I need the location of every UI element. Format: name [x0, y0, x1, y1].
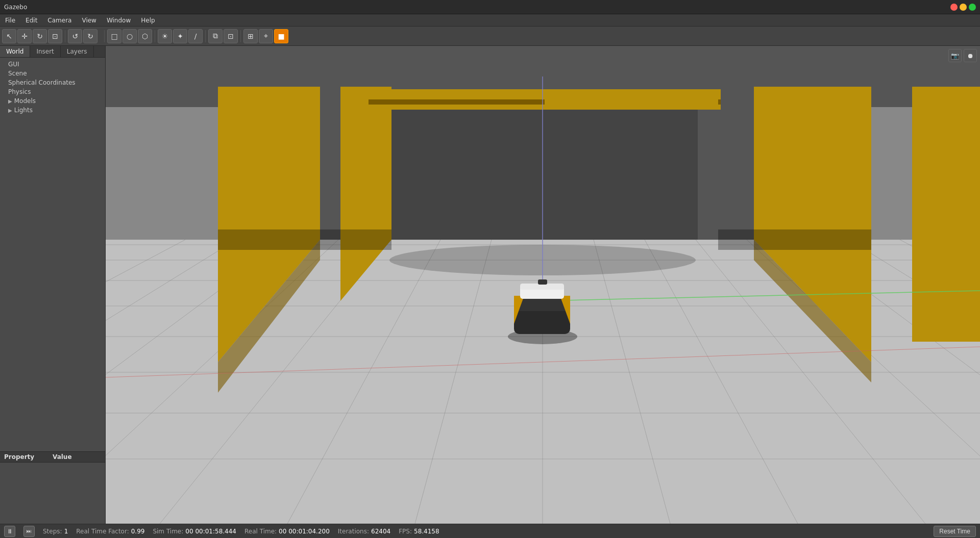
- minimize-button[interactable]: [960, 4, 967, 11]
- rotate-tool-button[interactable]: ↻: [33, 29, 47, 43]
- svg-line-17: [106, 240, 287, 524]
- property-content: [0, 463, 105, 524]
- sim-time-label: Sim Time:: [153, 528, 183, 535]
- svg-line-25: [849, 240, 980, 524]
- separator-3: [155, 30, 155, 42]
- maximize-button[interactable]: [969, 4, 976, 11]
- menu-window[interactable]: Window: [102, 14, 136, 26]
- svg-rect-50: [514, 296, 570, 311]
- realtime-factor-value: 0.99: [131, 528, 145, 535]
- viewport[interactable]: 📷 ⏺: [106, 46, 980, 524]
- align-button[interactable]: ⊞: [243, 29, 258, 43]
- svg-marker-33: [371, 92, 545, 107]
- tab-layers[interactable]: Layers: [61, 46, 94, 57]
- svg-marker-44: [718, 229, 871, 250]
- spot-light-button[interactable]: /: [188, 29, 203, 43]
- svg-rect-0: [106, 46, 980, 524]
- snap-button[interactable]: ⌖: [259, 29, 273, 43]
- svg-rect-29: [269, 97, 830, 240]
- svg-line-21: [645, 240, 798, 524]
- svg-rect-53: [520, 284, 564, 299]
- iterations-value: 62404: [371, 528, 390, 535]
- menubar: File Edit Camera View Window Help: [0, 14, 980, 27]
- separator-1: [65, 30, 65, 42]
- svg-rect-1: [106, 46, 980, 107]
- menu-help[interactable]: Help: [136, 14, 160, 26]
- panel-tabs: World Insert Layers: [0, 46, 105, 58]
- sim-time-item: Sim Time: 00 00:01:58.444: [153, 528, 236, 535]
- select-tool-button[interactable]: ↖: [2, 29, 16, 43]
- realtime-factor-item: Real Time Factor: 0.99: [76, 528, 144, 535]
- tree-item-models[interactable]: ▶ Models: [0, 96, 105, 106]
- svg-line-26: [900, 240, 980, 524]
- world-tree: GUI Scene Spherical Coordinates Physics …: [0, 58, 105, 451]
- real-time-item: Real Time: 00 00:01:04.200: [244, 528, 330, 535]
- tree-item-lights-label: Lights: [14, 107, 33, 114]
- property-column-header: Property: [4, 453, 53, 460]
- svg-rect-35: [391, 97, 698, 240]
- svg-marker-30: [218, 87, 320, 362]
- fps-label: FPS:: [399, 528, 412, 535]
- svg-line-27: [951, 240, 980, 524]
- tree-item-gui[interactable]: GUI: [0, 60, 105, 69]
- svg-rect-55: [538, 279, 547, 285]
- steps-label: Steps:: [43, 528, 62, 535]
- tree-item-physics[interactable]: Physics: [0, 87, 105, 96]
- value-column-header: Value: [53, 453, 101, 460]
- step-button[interactable]: ⏭: [23, 526, 35, 537]
- svg-line-24: [798, 240, 980, 524]
- toolbar: ↖ ✛ ↻ ⊡ ↺ ↻ □ ○ ⬡ ☀ ✦ / ⧉ ⊡ ⊞ ⌖ ■: [0, 27, 980, 46]
- scene-canvas: 📷 ⏺: [106, 46, 980, 524]
- svg-marker-41: [754, 240, 871, 382]
- tab-insert[interactable]: Insert: [30, 46, 60, 57]
- menu-edit[interactable]: Edit: [20, 14, 42, 26]
- paste-button[interactable]: ⊡: [224, 29, 238, 43]
- copy-button[interactable]: ⧉: [208, 29, 223, 43]
- cylinder-button[interactable]: ⬡: [138, 29, 152, 43]
- main-layout: World Insert Layers GUI Scene Spherical …: [0, 46, 980, 524]
- svg-line-46: [106, 347, 980, 377]
- steps-value: 1: [64, 528, 68, 535]
- point-light-button[interactable]: ✦: [173, 29, 187, 43]
- screenshot-button[interactable]: 📷: [948, 49, 962, 62]
- svg-line-15: [160, 240, 389, 524]
- menu-camera[interactable]: Camera: [42, 14, 77, 26]
- svg-line-13: [415, 240, 492, 524]
- orange-button[interactable]: ■: [274, 29, 288, 43]
- app-title: Gazebo: [4, 4, 27, 11]
- fps-value: 58.4158: [414, 528, 439, 535]
- real-time-label: Real Time:: [244, 528, 277, 535]
- record-button[interactable]: ⏺: [964, 49, 977, 62]
- undo-button[interactable]: ↺: [68, 29, 82, 43]
- property-panel: Property Value: [0, 451, 105, 524]
- sphere-button[interactable]: ○: [122, 29, 137, 43]
- translate-tool-button[interactable]: ✛: [17, 29, 32, 43]
- reset-time-button[interactable]: Reset Time: [934, 526, 976, 537]
- tab-world[interactable]: World: [0, 46, 30, 57]
- svg-line-23: [747, 240, 980, 524]
- redo-button[interactable]: ↻: [83, 29, 97, 43]
- iterations-label: Iterations:: [338, 528, 369, 535]
- titlebar: Gazebo: [0, 0, 980, 14]
- tree-item-lights[interactable]: ▶ Lights: [0, 106, 105, 115]
- svg-line-19: [106, 240, 185, 524]
- tree-item-scene[interactable]: Scene: [0, 69, 105, 78]
- window-controls: [950, 4, 976, 11]
- svg-rect-37: [369, 99, 721, 105]
- menu-file[interactable]: File: [0, 14, 20, 26]
- box-button[interactable]: □: [107, 29, 121, 43]
- menu-view[interactable]: View: [77, 14, 101, 26]
- svg-line-18: [106, 240, 236, 524]
- close-button[interactable]: [950, 4, 958, 11]
- scene-svg: [106, 46, 980, 524]
- svg-rect-2: [106, 240, 980, 524]
- tree-item-spherical[interactable]: Spherical Coordinates: [0, 78, 105, 87]
- svg-rect-49: [514, 296, 570, 334]
- pause-button[interactable]: ⏸: [4, 526, 15, 537]
- svg-point-48: [508, 329, 577, 344]
- separator-4: [205, 30, 206, 42]
- svg-line-47: [543, 291, 980, 301]
- sun-light-button[interactable]: ☀: [158, 29, 172, 43]
- scale-tool-button[interactable]: ⊡: [48, 29, 62, 43]
- tree-item-models-label: Models: [14, 97, 36, 105]
